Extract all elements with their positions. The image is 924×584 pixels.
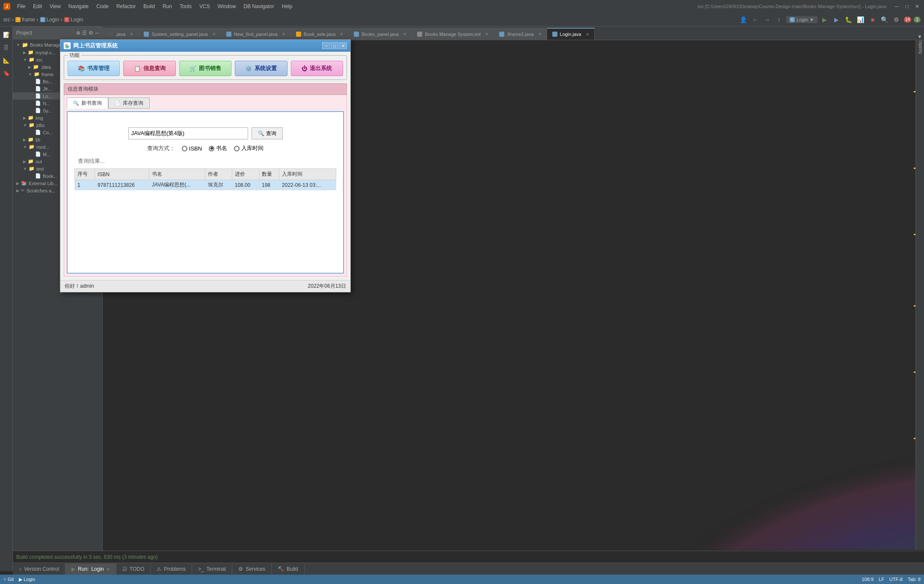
table-row[interactable]: 1 9787111213826 JAVA编程思想(... 埃克尔 108.00 … (75, 180, 336, 190)
radio-date[interactable]: 入库时间 (234, 145, 264, 152)
breadcrumb-login2[interactable]: C Login (64, 17, 83, 23)
sidebar-db-icon[interactable]: 🗄 (2, 43, 11, 52)
tab-dotjava[interactable]: .java ✕ (103, 28, 139, 40)
btn-library-mgmt[interactable]: 📚 书库管理 (68, 61, 120, 76)
tab-services[interactable]: ⚙ Services (232, 563, 272, 575)
login-dropdown[interactable]: C Login ▼ (786, 16, 817, 23)
toolbar-up-btn[interactable]: ↑ (774, 15, 784, 24)
breadcrumb-frame[interactable]: f frame (15, 17, 35, 23)
tab-close-system[interactable]: ✕ (212, 32, 216, 36)
toolbar-settings-btn[interactable]: ⚙ (892, 15, 901, 24)
menu-view[interactable]: View (46, 3, 64, 10)
sidebar-commit-icon[interactable]: 📝 (2, 30, 11, 39)
tab-close-login[interactable]: ✕ (586, 32, 589, 37)
tab-new-find[interactable]: New_find_panel.java ✕ (221, 28, 291, 40)
btn-system-settings[interactable]: ⚙️ 系统设置 (235, 61, 287, 76)
radio-isbn[interactable]: ISBN (182, 145, 202, 152)
tab-overflow[interactable]: ▼ (917, 34, 924, 40)
maximize-button[interactable]: □ (903, 3, 910, 10)
window-controls[interactable]: ─ □ ✕ (893, 3, 921, 10)
dialog-minimize-btn[interactable]: ─ (322, 42, 330, 49)
sidebar-bookmarks-icon[interactable]: 🔖 (2, 68, 11, 78)
dialog-titlebar[interactable]: 🏪 网上书店管理系统 ─ □ ✕ (60, 40, 350, 52)
app-icon: J (3, 3, 10, 10)
radio-bookname-circle[interactable] (209, 146, 214, 151)
bookstore-dialog[interactable]: 🏪 网上书店管理系统 ─ □ ✕ 功能 📚 书库管理 📋 (60, 39, 351, 292)
status-encoding[interactable]: UTF-8 (889, 577, 903, 582)
tab-jframe2[interactable]: Jframe2.java ✕ (494, 28, 547, 40)
menu-help[interactable]: Help (278, 3, 296, 10)
search-input[interactable] (128, 127, 248, 139)
toolbar-build-btn[interactable]: ▶ (820, 15, 829, 24)
sub-tab-inventory[interactable]: 📄 库存查询 (108, 97, 150, 109)
dialog-close-btn[interactable]: ✕ (339, 42, 347, 49)
tab-problems[interactable]: ⚠ Problems (151, 563, 192, 575)
tab-close-dotjava[interactable]: ✕ (130, 32, 133, 36)
radio-date-circle[interactable] (234, 146, 240, 151)
tab-version-control[interactable]: ↕ Version Control (13, 563, 65, 575)
menu-window[interactable]: Window (214, 3, 240, 10)
project-sync-icon[interactable]: ⊕ (76, 30, 80, 36)
minimize-button[interactable]: ─ (893, 3, 900, 10)
breadcrumb-src[interactable]: src (3, 17, 10, 23)
todo-label: TODO (130, 566, 144, 572)
tab-terminal[interactable]: >_ Terminal (192, 563, 232, 575)
search-button[interactable]: 🔍 查询 (252, 127, 283, 139)
breadcrumb-login1[interactable]: C Login (40, 17, 59, 23)
run-tab-close[interactable]: ✕ (107, 567, 110, 572)
run-app-name: Login (91, 566, 104, 572)
toolbar-stop-btn[interactable]: ■ (868, 15, 877, 24)
tab-system-setting[interactable]: System_setting_panel.java ✕ (139, 28, 221, 40)
radio-isbn-circle[interactable] (182, 146, 187, 151)
toolbar-profile-btn[interactable]: 👤 (738, 15, 748, 24)
tab-close-find[interactable]: ✕ (282, 32, 285, 36)
menu-file[interactable]: File (14, 3, 29, 10)
menu-tools[interactable]: Tools (176, 3, 195, 10)
tab-close-jframe2[interactable]: ✕ (538, 32, 542, 36)
status-git[interactable]: ⑂ Git (3, 577, 14, 582)
project-collapse-icon[interactable]: ☰ (82, 30, 87, 36)
sidebar-structure-icon[interactable]: 📐 (2, 56, 11, 65)
btn-book-sales[interactable]: 🛒 图书销售 (179, 61, 231, 76)
project-header-icons[interactable]: ⊕ ☰ ⚙ ─ (76, 30, 99, 36)
menu-bar[interactable]: File Edit View Navigate Code Refactor Bu… (14, 3, 296, 10)
menu-build[interactable]: Build (140, 3, 158, 10)
notifications-bar: Notifications (915, 27, 924, 550)
toolbar-back-btn[interactable]: ← (750, 15, 760, 24)
radio-bookname[interactable]: 书名 (209, 145, 227, 152)
dialog-maximize-btn[interactable]: □ (331, 42, 338, 49)
menu-code[interactable]: Code (93, 3, 112, 10)
img-icon: 📁 (28, 115, 34, 121)
status-position[interactable]: 108:9 (862, 577, 874, 582)
toolbar-run-btn[interactable]: ▶ (832, 15, 841, 24)
menu-run[interactable]: Run (159, 3, 175, 10)
tab-build[interactable]: 🔨 Build (272, 563, 305, 575)
tab-todo[interactable]: ☑ TODO (116, 563, 151, 575)
toolbar-debug-btn[interactable]: 🐛 (844, 15, 853, 24)
menu-edit[interactable]: Edit (30, 3, 45, 10)
dialog-window-buttons[interactable]: ─ □ ✕ (322, 42, 347, 49)
toolbar-coverage-btn[interactable]: 📊 (856, 15, 865, 24)
toolbar-forward-btn[interactable]: → (762, 15, 772, 24)
tab-iml[interactable]: Books Manage System.iml ✕ (412, 28, 494, 40)
sub-tab-new-books[interactable]: 🔍 新书查询 (67, 97, 108, 109)
menu-refactor[interactable]: Refactor (113, 3, 139, 10)
close-button[interactable]: ✕ (914, 3, 921, 10)
tab-login[interactable]: Login.java ✕ (547, 28, 595, 40)
project-settings-icon[interactable]: ⚙ (89, 30, 93, 36)
tab-books-panel[interactable]: Books_panel.java ✕ (349, 28, 412, 40)
tab-close-bookspanel[interactable]: ✕ (403, 32, 406, 36)
menu-db-navigator[interactable]: DB Navigator (240, 3, 277, 10)
menu-vcs[interactable]: VCS (196, 3, 213, 10)
tab-close-iml[interactable]: ✕ (485, 32, 489, 36)
btn-info-query[interactable]: 📋 信息查询 (123, 61, 175, 76)
btn-logout[interactable]: ⏻ 退出系统 (291, 61, 343, 76)
menu-navigate[interactable]: Navigate (65, 3, 92, 10)
toolbar-search-btn[interactable]: 🔍 (880, 15, 889, 24)
tab-run[interactable]: ▶ Run: Login ✕ (65, 563, 116, 575)
status-indent[interactable]: Tab: 8 (908, 577, 921, 582)
tab-book-sele[interactable]: Book_sele.java ✕ (291, 28, 349, 40)
project-hide-icon[interactable]: ─ (95, 30, 99, 36)
status-lf[interactable]: LF (879, 577, 884, 582)
tab-close-booksele[interactable]: ✕ (340, 32, 343, 36)
